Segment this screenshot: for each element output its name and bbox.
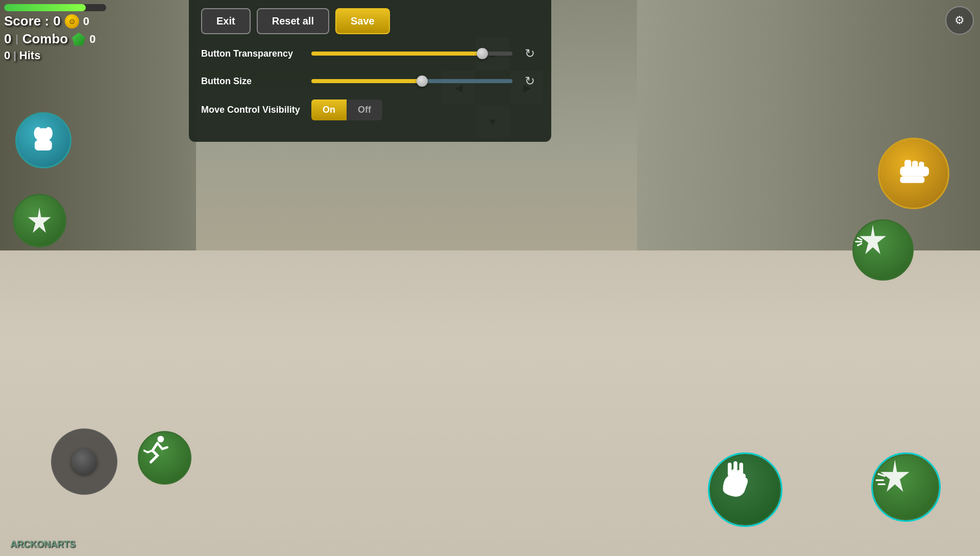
dash-button[interactable] bbox=[852, 219, 914, 281]
health-bar bbox=[4, 4, 86, 11]
hits-divider: | bbox=[13, 50, 16, 62]
kick-icon bbox=[874, 456, 916, 497]
size-row: Button Size ↻ bbox=[201, 72, 539, 90]
size-slider-thumb[interactable] bbox=[416, 75, 428, 87]
visibility-row: Move Control Visibility On Off bbox=[201, 99, 539, 120]
svg-point-4 bbox=[157, 436, 164, 442]
size-slider-track bbox=[311, 79, 512, 83]
visibility-label: Move Control Visibility bbox=[201, 105, 303, 115]
logo-text: ARCKONARTS bbox=[10, 539, 76, 549]
svg-rect-6 bbox=[900, 176, 925, 183]
reset-all-button[interactable]: Reset all bbox=[257, 8, 329, 34]
visibility-on-button[interactable]: On bbox=[311, 99, 347, 120]
combo-label: Combo bbox=[22, 31, 68, 47]
combo-divider: | bbox=[15, 33, 18, 45]
svg-point-3 bbox=[44, 127, 53, 139]
grab-button[interactable] bbox=[709, 454, 781, 525]
size-slider-container bbox=[311, 76, 512, 86]
transparency-slider-track bbox=[311, 52, 512, 56]
hits-value: 0 bbox=[4, 49, 10, 62]
combo-value: 0 bbox=[4, 31, 11, 47]
muscle-icon bbox=[26, 123, 61, 158]
svg-rect-7 bbox=[905, 160, 912, 171]
transparency-label: Button Transparency bbox=[201, 48, 303, 59]
svg-point-2 bbox=[34, 127, 42, 139]
size-label: Button Size bbox=[201, 76, 303, 87]
exit-button[interactable]: Exit bbox=[201, 8, 251, 34]
transparency-row: Button Transparency ↻ bbox=[201, 44, 539, 63]
score-row: Score : 0 ⊙ 0 bbox=[4, 13, 106, 29]
joystick-base[interactable] bbox=[51, 428, 117, 495]
transparency-slider-container bbox=[311, 48, 512, 59]
gem-icon bbox=[72, 33, 85, 46]
joystick[interactable] bbox=[51, 428, 117, 495]
transparency-reset-icon[interactable]: ↻ bbox=[521, 44, 539, 63]
special-button[interactable] bbox=[13, 194, 66, 247]
health-bar-container bbox=[4, 4, 106, 11]
logo: ARCKONARTS bbox=[10, 539, 76, 550]
transparency-slider-thumb[interactable] bbox=[477, 48, 488, 59]
svg-rect-8 bbox=[912, 161, 918, 171]
hits-label: Hits bbox=[19, 49, 41, 62]
combo-row: 0 | Combo 0 bbox=[4, 31, 106, 47]
coin-icon: ⊙ bbox=[65, 14, 79, 29]
punch-icon bbox=[891, 151, 936, 195]
bg-floor bbox=[0, 250, 980, 557]
gem-count: 0 bbox=[89, 33, 95, 46]
joystick-thumb bbox=[71, 449, 97, 474]
save-button[interactable]: Save bbox=[335, 8, 390, 34]
svg-rect-1 bbox=[35, 140, 52, 150]
svg-rect-9 bbox=[919, 162, 924, 171]
hits-row: 0 | Hits bbox=[4, 49, 106, 62]
grab-icon bbox=[711, 456, 759, 503]
settings-buttons: Exit Reset all Save bbox=[201, 8, 539, 34]
run-icon bbox=[139, 433, 172, 465]
svg-rect-11 bbox=[733, 461, 738, 475]
kick-button[interactable] bbox=[873, 454, 939, 520]
visibility-off-button[interactable]: Off bbox=[347, 99, 382, 120]
dash-icon bbox=[854, 221, 892, 259]
score-value: 0 bbox=[53, 13, 60, 29]
power-button[interactable] bbox=[15, 112, 71, 168]
special-icon bbox=[23, 204, 56, 237]
hud: Score : 0 ⊙ 0 0 | Combo 0 0 | Hits bbox=[4, 4, 106, 62]
settings-trigger-icon: ⚙ bbox=[954, 14, 965, 27]
svg-rect-10 bbox=[728, 463, 732, 476]
visibility-toggle: On Off bbox=[311, 99, 382, 120]
settings-panel: Exit Reset all Save Button Transparency … bbox=[189, 0, 551, 142]
punch-button[interactable] bbox=[878, 138, 949, 209]
score-label: Score : bbox=[4, 13, 49, 29]
size-reset-icon[interactable]: ↻ bbox=[521, 72, 539, 90]
run-button[interactable] bbox=[138, 431, 191, 485]
coin-count: 0 bbox=[83, 15, 89, 28]
svg-rect-12 bbox=[739, 463, 743, 476]
settings-trigger-button[interactable]: ⚙ bbox=[945, 6, 974, 35]
